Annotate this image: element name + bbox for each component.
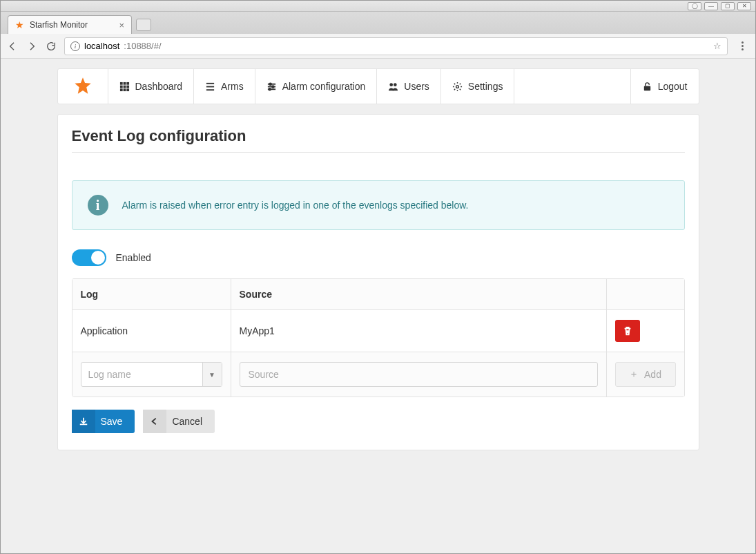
bookmark-star-icon[interactable]: ☆ bbox=[713, 41, 721, 51]
source-input[interactable]: Source bbox=[240, 362, 598, 387]
nav-arms-label: Arms bbox=[221, 81, 244, 92]
page-title: Event Log configuration bbox=[72, 127, 685, 153]
main-panel: Event Log configuration i Alarm is raise… bbox=[57, 114, 699, 450]
download-icon bbox=[72, 410, 95, 433]
svg-rect-3 bbox=[119, 85, 122, 88]
browser-tabstrip: ★ Starfish Monitor × bbox=[1, 12, 755, 34]
browser-toolbar: i localhost:10888/#/ ☆ bbox=[1, 34, 755, 59]
table-row: Application MyApp1 bbox=[72, 310, 684, 352]
back-arrow-icon bbox=[143, 410, 166, 433]
nav-dashboard[interactable]: Dashboard bbox=[108, 69, 195, 104]
grid-icon bbox=[119, 82, 130, 92]
svg-point-20 bbox=[456, 85, 458, 88]
enabled-toggle[interactable] bbox=[72, 249, 106, 266]
save-button[interactable]: Save bbox=[72, 410, 135, 433]
enabled-label: Enabled bbox=[116, 252, 151, 263]
log-name-select[interactable]: Log name ▼ bbox=[81, 362, 222, 387]
cancel-button[interactable]: Cancel bbox=[143, 410, 215, 433]
svg-point-18 bbox=[390, 83, 394, 86]
source-placeholder: Source bbox=[249, 369, 279, 380]
svg-rect-0 bbox=[119, 82, 122, 84]
favicon-star-icon: ★ bbox=[15, 19, 24, 30]
nav-alarm-config-label: Alarm configuration bbox=[282, 81, 366, 92]
page-viewport: Dashboard Arms Alarm configuration Users… bbox=[1, 59, 755, 553]
svg-rect-1 bbox=[123, 82, 126, 84]
app-navbar: Dashboard Arms Alarm configuration Users… bbox=[57, 68, 699, 104]
svg-rect-7 bbox=[123, 88, 126, 91]
nav-dashboard-label: Dashboard bbox=[135, 81, 183, 92]
svg-rect-4 bbox=[123, 85, 126, 88]
logs-table: Log Source Application MyApp1 bbox=[72, 278, 685, 397]
site-info-icon[interactable]: i bbox=[70, 41, 80, 51]
nav-settings[interactable]: Settings bbox=[441, 69, 515, 104]
info-alert-text: Alarm is raised when error entry is logg… bbox=[122, 200, 469, 211]
add-button-label: Add bbox=[644, 369, 661, 380]
header-source: Source bbox=[231, 279, 607, 310]
delete-button[interactable] bbox=[615, 320, 640, 342]
svg-point-17 bbox=[269, 88, 271, 90]
address-bar[interactable]: i localhost:10888/#/ ☆ bbox=[64, 37, 728, 55]
nav-arms[interactable]: Arms bbox=[194, 69, 255, 104]
user-window-btn[interactable]: ◯ bbox=[688, 2, 701, 10]
close-window-btn[interactable]: ✕ bbox=[737, 2, 751, 10]
new-tab-button[interactable] bbox=[136, 19, 151, 31]
forward-icon[interactable] bbox=[26, 40, 38, 52]
info-icon: i bbox=[88, 195, 108, 216]
browser-menu-icon[interactable] bbox=[735, 41, 750, 50]
minimize-window-btn[interactable]: — bbox=[704, 2, 718, 10]
table-header-row: Log Source bbox=[72, 279, 684, 310]
nav-settings-label: Settings bbox=[468, 81, 503, 92]
nav-logout[interactable]: Logout bbox=[630, 69, 699, 104]
log-name-placeholder: Log name bbox=[88, 369, 131, 380]
header-actions bbox=[607, 279, 684, 310]
table-add-row: Log name ▼ Source ＋ Add bbox=[72, 352, 684, 397]
svg-rect-6 bbox=[119, 88, 122, 91]
cell-source: MyApp1 bbox=[231, 310, 607, 352]
svg-rect-8 bbox=[126, 88, 129, 91]
back-icon[interactable] bbox=[6, 40, 19, 52]
url-rest: :10888/#/ bbox=[124, 41, 161, 51]
users-icon bbox=[388, 82, 398, 92]
star-logo-icon bbox=[73, 76, 93, 97]
nav-users-label: Users bbox=[404, 81, 429, 92]
reload-icon[interactable] bbox=[45, 40, 57, 52]
cancel-button-label: Cancel bbox=[166, 416, 215, 427]
svg-rect-21 bbox=[643, 86, 650, 90]
add-button[interactable]: ＋ Add bbox=[615, 362, 676, 387]
window-titlebar: ◯ — ▢ ✕ bbox=[1, 1, 755, 12]
svg-point-13 bbox=[269, 83, 271, 85]
svg-point-19 bbox=[394, 83, 397, 86]
app-logo[interactable] bbox=[58, 69, 108, 104]
maximize-window-btn[interactable]: ▢ bbox=[721, 2, 735, 10]
info-alert: i Alarm is raised when error entry is lo… bbox=[72, 180, 685, 230]
tab-title: Starfish Monitor bbox=[30, 20, 113, 30]
list-icon bbox=[205, 82, 215, 92]
svg-rect-2 bbox=[126, 82, 129, 84]
svg-rect-5 bbox=[126, 85, 129, 88]
header-log: Log bbox=[72, 279, 231, 310]
sliders-icon bbox=[266, 82, 277, 92]
browser-tab[interactable]: ★ Starfish Monitor × bbox=[8, 15, 132, 34]
unlock-icon bbox=[642, 82, 652, 92]
svg-point-15 bbox=[272, 86, 274, 88]
gear-icon bbox=[452, 82, 463, 92]
url-host: localhost bbox=[84, 41, 119, 51]
trash-icon bbox=[623, 326, 632, 336]
nav-alarm-config[interactable]: Alarm configuration bbox=[255, 69, 378, 104]
nav-users[interactable]: Users bbox=[377, 69, 441, 104]
nav-logout-label: Logout bbox=[658, 81, 688, 92]
cell-log: Application bbox=[72, 310, 231, 352]
plus-icon: ＋ bbox=[629, 368, 639, 381]
close-tab-icon[interactable]: × bbox=[119, 20, 124, 30]
save-button-label: Save bbox=[95, 416, 135, 427]
chevron-down-icon: ▼ bbox=[202, 363, 222, 386]
